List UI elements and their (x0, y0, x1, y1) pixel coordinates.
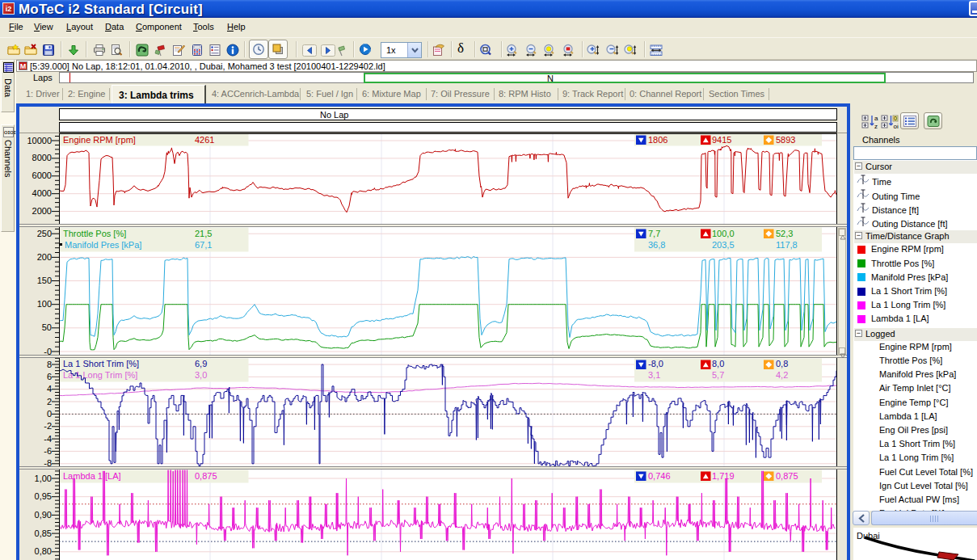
svg-text:Throttle Pos [%]: Throttle Pos [%] (63, 229, 126, 238)
svg-text:Lambda 1 [LA]: Lambda 1 [LA] (63, 471, 121, 481)
svg-text:4261: 4261 (195, 135, 214, 145)
svg-text:-8,0: -8,0 (648, 359, 663, 368)
svg-text:21,5: 21,5 (195, 229, 212, 238)
svg-text:3,1: 3,1 (648, 370, 660, 380)
svg-text:Engine RPM [rpm]: Engine RPM [rpm] (63, 135, 136, 145)
svg-text:La 1 Short Trim [%]: La 1 Short Trim [%] (63, 359, 139, 368)
svg-text:1806: 1806 (648, 135, 667, 145)
svg-text:z: z (874, 123, 878, 130)
svg-text:52,3: 52,3 (776, 229, 793, 238)
svg-text:0: 0 (894, 116, 897, 121)
svg-text:0,8: 0,8 (776, 359, 788, 368)
svg-text:4,2: 4,2 (776, 370, 788, 380)
svg-text:a: a (874, 115, 878, 122)
svg-text:0,875: 0,875 (195, 471, 217, 481)
svg-text:0,746: 0,746 (648, 471, 671, 481)
svg-text:5893: 5893 (776, 135, 795, 145)
svg-text:La 1 Long Trim [%]: La 1 Long Trim [%] (63, 370, 137, 380)
svg-text:0,875: 0,875 (776, 471, 798, 481)
svg-text:1,719: 1,719 (712, 471, 735, 481)
svg-text:67,1: 67,1 (195, 240, 212, 250)
svg-text:9415: 9415 (712, 135, 731, 145)
svg-text:Manifold Pres [kPa]: Manifold Pres [kPa] (65, 240, 141, 250)
svg-text:7,7: 7,7 (648, 229, 660, 238)
svg-text:8,0: 8,0 (712, 359, 724, 368)
svg-text:203,5: 203,5 (712, 240, 735, 250)
svg-text:117,8: 117,8 (776, 240, 798, 250)
svg-text:5,7: 5,7 (712, 370, 724, 380)
svg-text:100,0: 100,0 (712, 229, 735, 238)
svg-text:6,9: 6,9 (195, 359, 207, 368)
svg-text:оі: оі (894, 123, 899, 130)
svg-text:36,8: 36,8 (648, 240, 665, 250)
svg-text:3,0: 3,0 (195, 370, 207, 380)
